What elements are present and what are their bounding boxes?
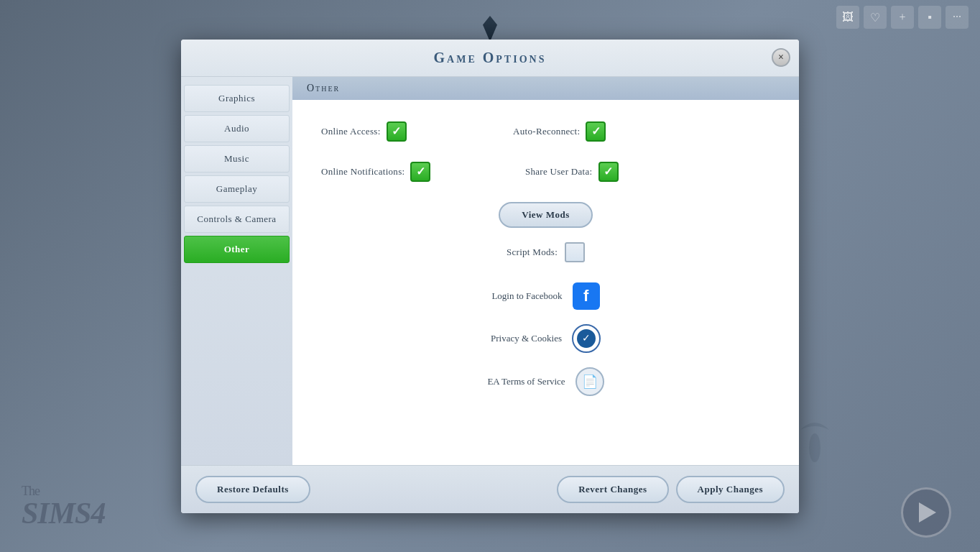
script-mods-label: Script Mods: (507, 247, 558, 258)
auto-reconnect-option: Auto-Reconnect: (513, 121, 606, 142)
modal-title: Game Options (434, 50, 547, 65)
plus-icon[interactable]: + (891, 6, 914, 29)
screenshot-icon[interactable]: 🖼 (836, 6, 859, 29)
share-user-data-option: Share User Data: (525, 162, 619, 182)
footer-right-buttons: Revert Changes Apply Changes (557, 476, 785, 503)
sims4-logo: The SIMS4 (22, 484, 105, 530)
sidebar: Graphics Audio Music Gameplay Controls &… (181, 77, 292, 465)
tos-row: EA Terms of Service 📄 (321, 367, 770, 396)
privacy-icon[interactable]: ✓ (572, 324, 601, 353)
privacy-label: Privacy & Cookies (491, 333, 562, 344)
sidebar-item-music[interactable]: Music (184, 145, 290, 172)
tos-label: EA Terms of Service (487, 376, 565, 387)
modal-body: Graphics Audio Music Gameplay Controls &… (181, 77, 799, 465)
content-body: Online Access: Auto-Reconnect: Online No… (292, 100, 799, 432)
play-button-area (901, 487, 951, 538)
sidebar-item-graphics[interactable]: Graphics (184, 85, 290, 112)
online-access-label: Online Access: (321, 126, 381, 137)
heart-icon[interactable]: ♡ (864, 6, 887, 29)
share-user-data-checkbox[interactable] (598, 162, 619, 182)
privacy-checkmark-icon: ✓ (577, 329, 596, 348)
game-options-modal: Game Options × Graphics Audio Music Game… (181, 40, 799, 513)
view-mods-button[interactable]: View Mods (499, 202, 593, 228)
online-access-option: Online Access: (321, 121, 407, 142)
online-notifications-checkbox[interactable] (410, 162, 430, 182)
close-button[interactable]: × (772, 48, 790, 67)
play-triangle-icon (919, 502, 936, 523)
online-notifications-label: Online Notifications: (321, 166, 405, 178)
facebook-label: Login to Facebook (491, 290, 562, 302)
share-user-data-label: Share User Data: (525, 166, 593, 178)
auto-reconnect-checkbox[interactable] (586, 121, 606, 142)
sidebar-item-gameplay[interactable]: Gameplay (184, 175, 290, 203)
view-mods-row: View Mods (321, 202, 770, 228)
facebook-row: Login to Facebook f (321, 282, 770, 310)
window-icon[interactable]: ▪ (918, 6, 941, 29)
apply-changes-button[interactable]: Apply Changes (676, 476, 785, 503)
modal-header: Game Options × (181, 40, 799, 77)
revert-changes-button[interactable]: Revert Changes (557, 476, 668, 503)
script-mods-checkbox[interactable] (565, 242, 585, 262)
content-panel: Other Online Access: Auto-Reconnect: (292, 77, 799, 465)
tos-icon[interactable]: 📄 (575, 367, 604, 396)
more-icon[interactable]: ··· (946, 6, 969, 29)
sidebar-item-controls-camera[interactable]: Controls & Camera (184, 206, 290, 233)
script-mods-row: Script Mods: (321, 242, 770, 262)
online-notifications-option: Online Notifications: (321, 162, 430, 182)
online-access-checkbox[interactable] (387, 121, 407, 142)
options-row-2: Online Notifications: Share User Data: (321, 162, 770, 182)
section-header: Other (292, 77, 799, 100)
sidebar-item-audio[interactable]: Audio (184, 115, 290, 142)
privacy-row: Privacy & Cookies ✓ (321, 324, 770, 353)
options-row-1: Online Access: Auto-Reconnect: (321, 121, 770, 142)
sidebar-item-other[interactable]: Other (184, 236, 290, 263)
modal-footer: Restore Defaults Revert Changes Apply Ch… (181, 465, 799, 513)
auto-reconnect-label: Auto-Reconnect: (513, 126, 580, 137)
play-button[interactable] (901, 487, 951, 538)
facebook-icon[interactable]: f (573, 282, 600, 310)
top-bar: 🖼 ♡ + ▪ ··· (836, 6, 969, 29)
restore-defaults-button[interactable]: Restore Defaults (195, 476, 310, 503)
